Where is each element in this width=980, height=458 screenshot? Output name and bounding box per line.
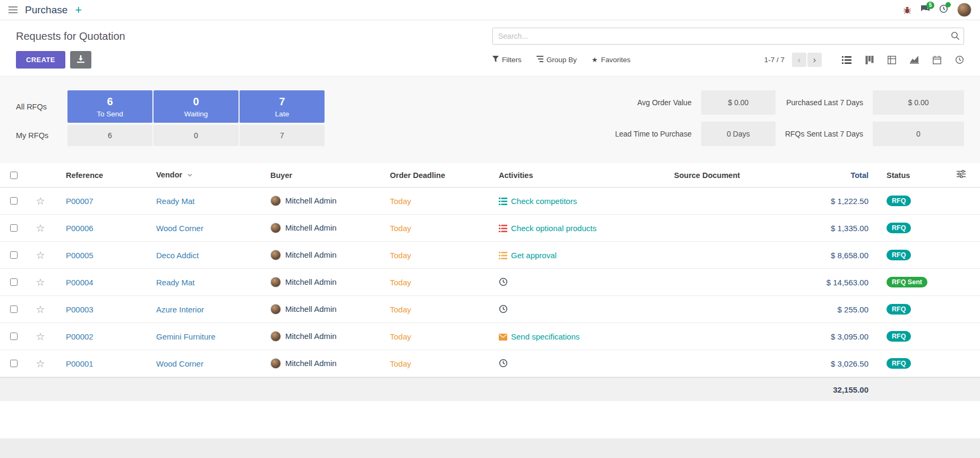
row-checkbox[interactable] xyxy=(10,197,18,205)
list-view-icon[interactable] xyxy=(842,56,851,64)
reference-link[interactable]: P00007 xyxy=(66,197,93,206)
status-badge: RFQ xyxy=(887,304,911,315)
my-late[interactable]: 7 xyxy=(240,125,325,146)
row-checkbox[interactable] xyxy=(10,306,18,313)
table-row[interactable]: ☆ P00001 Wood Corner Mitchell Admin Toda… xyxy=(0,350,980,377)
activity-label[interactable]: Check optional products xyxy=(511,224,596,233)
favorite-star-icon[interactable]: ☆ xyxy=(36,277,45,288)
header-vendor[interactable]: Vendor xyxy=(143,171,258,180)
calendar-view-icon[interactable] xyxy=(933,56,941,64)
app-name[interactable]: Purchase xyxy=(25,4,67,16)
plus-icon[interactable]: + xyxy=(75,4,82,16)
buyer-name[interactable]: Mitchell Admin xyxy=(285,250,337,259)
reference-link[interactable]: P00006 xyxy=(66,224,93,233)
buyer-name[interactable]: Mitchell Admin xyxy=(285,332,337,341)
vendor-link[interactable]: Ready Mat xyxy=(156,197,195,206)
favorite-star-icon[interactable]: ☆ xyxy=(36,358,45,369)
page-title: Requests for Quotation xyxy=(16,30,125,43)
kanban-view-icon[interactable] xyxy=(865,56,874,64)
list-icon[interactable] xyxy=(499,252,507,259)
table-row[interactable]: ☆ P00004 Ready Mat Mitchell Admin Today … xyxy=(0,269,980,296)
export-button[interactable] xyxy=(70,51,91,69)
group-by-icon xyxy=(536,56,543,64)
reference-link[interactable]: P00002 xyxy=(66,332,93,341)
buyer-name[interactable]: Mitchell Admin xyxy=(285,277,337,286)
kpi-to-send[interactable]: 6 To Send xyxy=(67,90,152,123)
apps-menu-icon[interactable] xyxy=(8,6,18,13)
select-all-checkbox[interactable] xyxy=(10,172,18,179)
search-icon[interactable] xyxy=(951,31,960,43)
buyer-name[interactable]: Mitchell Admin xyxy=(285,359,337,368)
kpi-waiting-label: Waiting xyxy=(184,110,208,118)
activity-label[interactable]: Get approval xyxy=(511,251,557,260)
my-waiting[interactable]: 0 xyxy=(154,125,238,146)
pivot-view-icon[interactable] xyxy=(888,56,896,64)
vendor-link[interactable]: Wood Corner xyxy=(156,359,203,368)
filters-button[interactable]: Filters xyxy=(492,56,522,64)
my-to-send[interactable]: 6 xyxy=(67,125,152,146)
row-checkbox[interactable] xyxy=(10,333,18,340)
row-checkbox[interactable] xyxy=(10,224,18,232)
row-total: $ 3,026.50 xyxy=(794,359,874,368)
pager-next-button[interactable]: › xyxy=(807,53,822,67)
optional-columns-icon[interactable] xyxy=(957,170,966,178)
clock-icon[interactable] xyxy=(499,304,508,313)
vendor-link[interactable]: Gemini Furniture xyxy=(156,332,216,341)
reference-link[interactable]: P00003 xyxy=(66,305,93,314)
pager-value: 1-7 / 7 xyxy=(764,56,785,64)
table-row[interactable]: ☆ P00002 Gemini Furniture Mitchell Admin… xyxy=(0,323,980,350)
header-source-document[interactable]: Source Document xyxy=(661,171,794,180)
all-rfqs-label: All RFQs xyxy=(16,103,66,111)
reference-link[interactable]: P00004 xyxy=(66,278,93,287)
header-total[interactable]: Total xyxy=(794,171,874,180)
reference-link[interactable]: P00005 xyxy=(66,251,93,260)
graph-view-icon[interactable] xyxy=(910,56,919,64)
vendor-link[interactable]: Azure Interior xyxy=(156,305,204,314)
activity-view-icon[interactable] xyxy=(955,55,964,64)
clock-icon[interactable] xyxy=(499,277,508,286)
buyer-name[interactable]: Mitchell Admin xyxy=(285,196,337,205)
favorites-button[interactable]: ★ Favorites xyxy=(592,56,630,64)
messages-icon[interactable]: 5 xyxy=(921,5,930,15)
create-button[interactable]: CREATE xyxy=(16,51,65,69)
header-order-deadline[interactable]: Order Deadline xyxy=(377,171,486,180)
reference-link[interactable]: P00001 xyxy=(66,359,93,368)
order-deadline: Today xyxy=(390,305,411,314)
vendor-link[interactable]: Ready Mat xyxy=(156,278,195,287)
header-activities[interactable]: Activities xyxy=(486,171,661,180)
envelope-icon[interactable] xyxy=(499,334,507,341)
table-row[interactable]: ☆ P00007 Ready Mat Mitchell Admin Today … xyxy=(0,188,980,215)
bug-icon[interactable] xyxy=(903,6,911,14)
table-row[interactable]: ☆ P00003 Azure Interior Mitchell Admin T… xyxy=(0,296,980,323)
favorite-star-icon[interactable]: ☆ xyxy=(36,223,45,234)
table-row[interactable]: ☆ P00005 Deco Addict Mitchell Admin Toda… xyxy=(0,242,980,269)
pager-previous-button[interactable]: ‹ xyxy=(792,53,806,67)
header-status[interactable]: Status xyxy=(874,171,942,180)
buyer-name[interactable]: Mitchell Admin xyxy=(285,304,337,313)
row-checkbox[interactable] xyxy=(10,278,18,286)
search-input[interactable] xyxy=(492,28,964,45)
vendor-link[interactable]: Wood Corner xyxy=(156,224,203,233)
favorite-star-icon[interactable]: ☆ xyxy=(36,304,45,315)
row-checkbox[interactable] xyxy=(10,251,18,259)
kpi-late[interactable]: 7 Late xyxy=(240,90,325,123)
group-by-button[interactable]: Group By xyxy=(536,56,577,64)
header-buyer[interactable]: Buyer xyxy=(258,171,377,180)
clock-icon[interactable] xyxy=(499,359,508,368)
buyer-name[interactable]: Mitchell Admin xyxy=(285,223,337,232)
row-checkbox[interactable] xyxy=(10,360,18,367)
favorite-star-icon[interactable]: ☆ xyxy=(36,196,45,207)
list-icon[interactable] xyxy=(499,198,507,205)
vendor-link[interactable]: Deco Addict xyxy=(156,251,199,260)
favorite-star-icon[interactable]: ☆ xyxy=(36,250,45,261)
header-reference[interactable]: Reference xyxy=(53,171,143,180)
activity-label[interactable]: Send specifications xyxy=(511,332,580,341)
kpi-waiting[interactable]: 0 Waiting xyxy=(154,90,238,123)
lead-time-label: Lead Time to Purchase xyxy=(615,130,692,138)
activity-label[interactable]: Check competitors xyxy=(511,197,577,206)
activities-icon[interactable] xyxy=(939,4,948,15)
table-row[interactable]: ☆ P00006 Wood Corner Mitchell Admin Toda… xyxy=(0,215,980,242)
favorite-star-icon[interactable]: ☆ xyxy=(36,331,45,342)
list-icon[interactable] xyxy=(499,225,507,232)
user-avatar[interactable] xyxy=(957,3,972,17)
